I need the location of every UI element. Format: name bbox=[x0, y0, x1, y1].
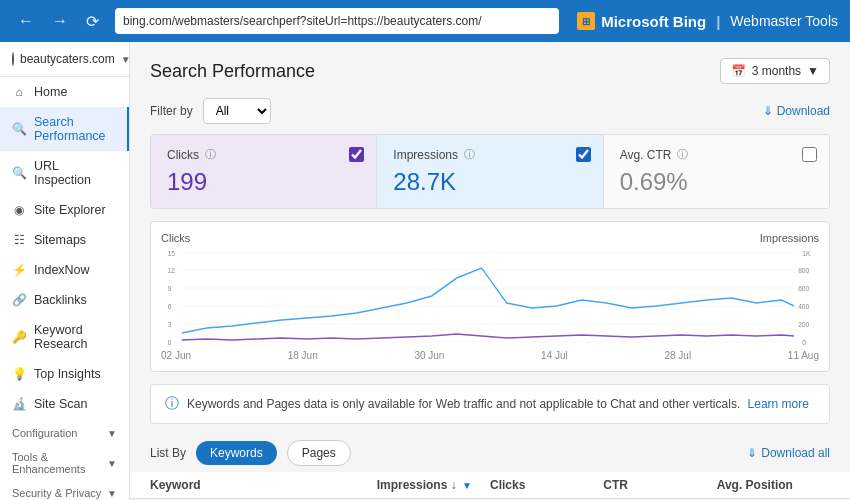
sitemaps-icon: ☷ bbox=[12, 233, 26, 247]
main-header: Search Performance 📅 3 months ▼ bbox=[130, 42, 850, 94]
svg-text:600: 600 bbox=[798, 283, 809, 293]
brand: ⊞ Microsoft Bing | Webmaster Tools bbox=[577, 12, 838, 30]
th-clicks-label: Clicks bbox=[490, 478, 525, 492]
download-label: Download bbox=[777, 104, 830, 118]
list-by-row: List By Keywords Pages ⇓ Download all bbox=[130, 434, 850, 472]
svg-text:1K: 1K bbox=[802, 248, 810, 258]
svg-text:800: 800 bbox=[798, 265, 809, 275]
chart-x-label-4: 14 Jul bbox=[541, 350, 568, 361]
chart-x-label-6: 11 Aug bbox=[788, 350, 819, 361]
svg-text:3: 3 bbox=[168, 319, 172, 329]
card-avg-ctr-checkbox[interactable] bbox=[802, 147, 817, 162]
sidebar-item-sitemaps[interactable]: ☷ Sitemaps bbox=[0, 225, 129, 255]
sidebar-item-top-insights-label: Top Insights bbox=[34, 367, 101, 381]
address-text: bing.com/webmasters/searchperf?siteUrl=h… bbox=[123, 14, 482, 28]
download-icon: ⇓ bbox=[763, 104, 773, 118]
section-tools-enhancements[interactable]: Tools & Enhancements ▼ bbox=[0, 443, 129, 479]
th-keyword: Keyword bbox=[150, 478, 377, 492]
th-clicks[interactable]: Clicks bbox=[490, 478, 603, 492]
chart-labels-row: Clicks Impressions bbox=[161, 232, 819, 244]
card-impressions-header: Impressions ⓘ bbox=[393, 147, 586, 162]
brand-name: Microsoft Bing bbox=[601, 13, 706, 30]
browser-bar: ← → ⟳ bing.com/webmasters/searchperf?sit… bbox=[0, 0, 850, 42]
section-configuration-label: Configuration bbox=[12, 427, 77, 439]
sidebar-item-indexnow[interactable]: ⚡ IndexNow bbox=[0, 255, 129, 285]
page-title: Search Performance bbox=[150, 61, 315, 82]
refresh-button[interactable]: ⟳ bbox=[80, 10, 105, 33]
chart-svg: 15 12 9 6 3 0 1K 800 600 400 200 0 bbox=[161, 248, 819, 348]
back-button[interactable]: ← bbox=[12, 10, 40, 32]
th-impressions-label: Impressions ↓ bbox=[377, 478, 457, 492]
sidebar-item-backlinks[interactable]: 🔗 Backlinks bbox=[0, 285, 129, 315]
site-chevron-icon: ▼ bbox=[121, 54, 130, 65]
card-clicks-label: Clicks bbox=[167, 148, 199, 162]
site-selector[interactable]: beautycaters.com ▼ bbox=[0, 42, 129, 77]
filter-label: Filter by bbox=[150, 104, 193, 118]
section-security-privacy[interactable]: Security & Privacy ▼ bbox=[0, 479, 129, 500]
sidebar-item-home-label: Home bbox=[34, 85, 67, 99]
card-clicks-header: Clicks ⓘ bbox=[167, 147, 360, 162]
card-avg-ctr-label: Avg. CTR bbox=[620, 148, 672, 162]
chart-x-label-5: 28 Jul bbox=[664, 350, 691, 361]
download-all-label: Download all bbox=[761, 446, 830, 460]
sidebar-item-keyword-research[interactable]: 🔑 Keyword Research bbox=[0, 315, 129, 359]
date-range-button[interactable]: 📅 3 months ▼ bbox=[720, 58, 830, 84]
sidebar-item-backlinks-label: Backlinks bbox=[34, 293, 87, 307]
date-chevron-icon: ▼ bbox=[807, 64, 819, 78]
sidebar-item-site-explorer-label: Site Explorer bbox=[34, 203, 106, 217]
section-tools-label: Tools & Enhancements bbox=[12, 451, 107, 475]
sort-icon: ▼ bbox=[462, 480, 472, 491]
top-insights-icon: 💡 bbox=[12, 367, 26, 381]
card-clicks-value: 199 bbox=[167, 168, 360, 196]
svg-text:400: 400 bbox=[798, 301, 809, 311]
main-content: Search Performance 📅 3 months ▼ Filter b… bbox=[130, 42, 850, 500]
download-all-button[interactable]: ⇓ Download all bbox=[747, 446, 830, 460]
search-performance-icon: 🔍 bbox=[12, 122, 26, 136]
card-impressions-info-icon[interactable]: ⓘ bbox=[464, 147, 475, 162]
tab-keywords[interactable]: Keywords bbox=[196, 441, 277, 465]
card-impressions-label: Impressions bbox=[393, 148, 458, 162]
sidebar-item-search-performance[interactable]: 🔍 Search Performance bbox=[0, 107, 129, 151]
info-message: Keywords and Pages data is only availabl… bbox=[187, 397, 809, 411]
chart-right-label: Impressions bbox=[760, 232, 819, 244]
info-circle-icon: ⓘ bbox=[165, 395, 179, 413]
backlinks-icon: 🔗 bbox=[12, 293, 26, 307]
card-clicks-checkbox[interactable] bbox=[349, 147, 364, 162]
card-avg-ctr: Avg. CTR ⓘ 0.69% bbox=[603, 135, 829, 208]
sidebar-item-indexnow-label: IndexNow bbox=[34, 263, 90, 277]
section-configuration[interactable]: Configuration ▼ bbox=[0, 419, 129, 443]
svg-text:0: 0 bbox=[802, 337, 806, 347]
sidebar-item-site-explorer[interactable]: ◉ Site Explorer bbox=[0, 195, 129, 225]
card-avg-ctr-info-icon[interactable]: ⓘ bbox=[677, 147, 688, 162]
sidebar-item-url-inspection[interactable]: 🔍 URL Inspection bbox=[0, 151, 129, 195]
th-avg-position-label: Avg. Position bbox=[717, 478, 793, 492]
th-ctr[interactable]: CTR bbox=[603, 478, 716, 492]
tab-pages[interactable]: Pages bbox=[287, 440, 351, 466]
section-tools-chevron: ▼ bbox=[107, 458, 117, 469]
site-name: beautycaters.com bbox=[20, 52, 115, 66]
site-explorer-icon: ◉ bbox=[12, 203, 26, 217]
calendar-icon: 📅 bbox=[731, 64, 746, 78]
date-range-label: 3 months bbox=[752, 64, 801, 78]
indexnow-icon: ⚡ bbox=[12, 263, 26, 277]
filter-row: Filter by All ⇓ Download bbox=[130, 94, 850, 134]
sidebar-item-keyword-research-label: Keyword Research bbox=[34, 323, 117, 351]
cards-row: Clicks ⓘ 199 Impressions ⓘ 28.7K Avg. CT… bbox=[150, 134, 830, 209]
forward-button[interactable]: → bbox=[46, 10, 74, 32]
browser-nav: ← → ⟳ bbox=[12, 10, 105, 33]
address-bar[interactable]: bing.com/webmasters/searchperf?siteUrl=h… bbox=[115, 8, 559, 34]
sidebar-item-site-scan-label: Site Scan bbox=[34, 397, 88, 411]
card-impressions-checkbox[interactable] bbox=[576, 147, 591, 162]
th-avg-position[interactable]: Avg. Position bbox=[717, 478, 830, 492]
info-bar: ⓘ Keywords and Pages data is only availa… bbox=[150, 384, 830, 424]
learn-more-link[interactable]: Learn more bbox=[748, 397, 809, 411]
card-clicks-info-icon[interactable]: ⓘ bbox=[205, 147, 216, 162]
chart-x-labels: 02 Jun 18 Jun 30 Jun 14 Jul 28 Jul 11 Au… bbox=[161, 348, 819, 361]
filter-select[interactable]: All bbox=[203, 98, 271, 124]
download-link[interactable]: ⇓ Download bbox=[763, 104, 830, 118]
sidebar-item-site-scan[interactable]: 🔬 Site Scan bbox=[0, 389, 129, 419]
svg-text:200: 200 bbox=[798, 319, 809, 329]
sidebar-item-home[interactable]: ⌂ Home bbox=[0, 77, 129, 107]
sidebar-item-top-insights[interactable]: 💡 Top Insights bbox=[0, 359, 129, 389]
th-impressions[interactable]: Impressions ↓ ▼ bbox=[377, 478, 490, 492]
